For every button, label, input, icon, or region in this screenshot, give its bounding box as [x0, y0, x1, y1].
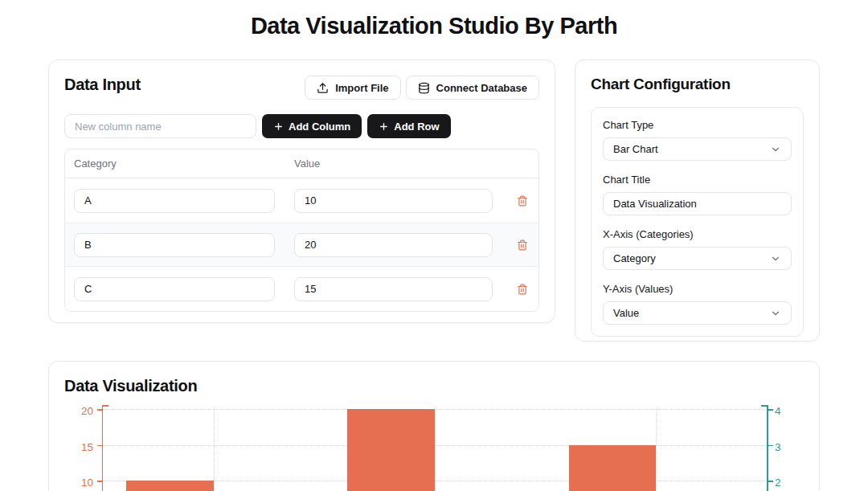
database-icon — [418, 82, 430, 94]
value-cell-input[interactable] — [294, 233, 493, 257]
table-row — [65, 267, 538, 311]
x-axis-value: Category — [613, 252, 656, 264]
right-y-axis — [767, 405, 768, 491]
right-y-axis-tick — [768, 445, 773, 447]
category-cell-input[interactable] — [74, 189, 275, 213]
chart-configuration-panel: Chart Configuration Chart Type Bar Chart… — [575, 59, 820, 342]
connect-database-label: Connect Database — [436, 82, 527, 94]
trash-icon — [517, 239, 528, 251]
gridline-vertical — [435, 407, 436, 491]
import-file-button[interactable]: Import File — [305, 76, 400, 100]
right-y-axis-tick-label: 3 — [775, 441, 794, 454]
right-y-axis-tick — [768, 409, 773, 411]
y-axis-value: Value — [613, 307, 639, 319]
y-axis-select[interactable]: Value — [603, 301, 792, 325]
category-cell-input[interactable] — [74, 233, 275, 257]
left-y-axis-tick — [97, 481, 102, 482]
left-y-axis-tick — [97, 409, 102, 411]
left-y-axis-cap — [103, 405, 108, 407]
add-row-label: Add Row — [394, 121, 439, 133]
value-cell-input[interactable] — [294, 189, 493, 213]
chart-configuration-form: Chart Type Bar Chart Chart Title X-Axis … — [591, 107, 804, 337]
left-y-axis-tick-label: 10 — [69, 477, 93, 489]
delete-row-button[interactable] — [517, 239, 528, 251]
chart-title-input[interactable] — [603, 192, 792, 215]
category-cell-input[interactable] — [74, 277, 275, 301]
delete-row-button[interactable] — [517, 284, 528, 295]
delete-row-button[interactable] — [517, 195, 528, 207]
chart-type-value: Bar Chart — [613, 143, 658, 155]
left-y-axis-tick — [97, 445, 102, 447]
chart-configuration-heading: Chart Configuration — [591, 76, 804, 93]
add-column-button[interactable]: Add Column — [262, 114, 362, 138]
chevron-down-icon — [770, 308, 781, 319]
chevron-down-icon — [770, 144, 781, 155]
right-y-axis-tick-label: 2 — [775, 477, 794, 489]
table-row — [65, 223, 538, 267]
add-row-button[interactable]: Add Row — [367, 114, 450, 138]
bar-B — [347, 409, 435, 491]
bar-A — [126, 481, 214, 491]
data-input-panel: Data Input Import File Connect Database … — [48, 59, 555, 323]
column-header-category: Category — [74, 158, 275, 170]
trash-icon — [517, 195, 528, 207]
import-file-label: Import File — [335, 82, 388, 94]
left-y-axis-tick-label: 20 — [69, 405, 93, 418]
column-header-value: Value — [294, 158, 493, 170]
value-cell-input[interactable] — [294, 277, 493, 301]
right-y-axis-tick — [768, 481, 773, 482]
chevron-down-icon — [770, 253, 781, 264]
add-column-label: Add Column — [289, 121, 350, 133]
chart-type-label: Chart Type — [603, 119, 792, 131]
plus-icon — [379, 121, 389, 132]
table-row — [65, 178, 538, 223]
bar-chart: 201510432 — [49, 362, 819, 491]
visualization-panel: Data Visualization 201510432 — [48, 361, 820, 491]
chart-title-label: Chart Title — [603, 174, 792, 186]
y-axis-label: Y-Axis (Values) — [603, 283, 792, 295]
chart-type-select[interactable]: Bar Chart — [603, 137, 792, 161]
table-header-row: Category Value — [65, 149, 538, 178]
page-title: Data Visualization Studio By Parth — [0, 13, 868, 39]
upload-icon — [317, 82, 329, 94]
plus-icon — [273, 121, 284, 132]
connect-database-button[interactable]: Connect Database — [406, 76, 539, 100]
right-y-axis-tick-label: 4 — [775, 405, 794, 418]
bar-C — [569, 445, 657, 491]
trash-icon — [517, 284, 528, 295]
data-table: Category Value — [64, 149, 539, 312]
x-axis-select[interactable]: Category — [603, 247, 792, 270]
left-y-axis — [102, 405, 104, 491]
gridline-vertical — [214, 407, 215, 491]
new-column-input[interactable] — [64, 114, 256, 138]
gridline-vertical — [656, 407, 657, 491]
x-axis-label: X-Axis (Categories) — [603, 228, 792, 240]
left-y-axis-tick-label: 15 — [69, 441, 93, 454]
data-input-heading: Data Input — [64, 76, 141, 94]
right-y-axis-cap — [761, 405, 767, 407]
